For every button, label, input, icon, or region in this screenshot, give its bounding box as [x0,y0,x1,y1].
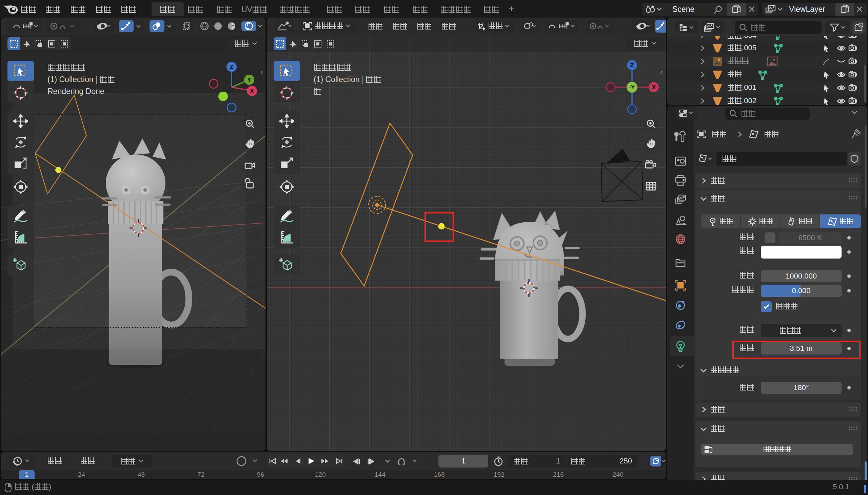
svg-text:Z: Z [230,64,233,70]
svg-text:Z: Z [630,62,634,69]
svg-text:Y: Y [247,77,251,83]
svg-text:X: X [652,84,656,90]
svg-text:X: X [250,88,254,94]
svg-text:-Y: -Y [629,84,635,90]
